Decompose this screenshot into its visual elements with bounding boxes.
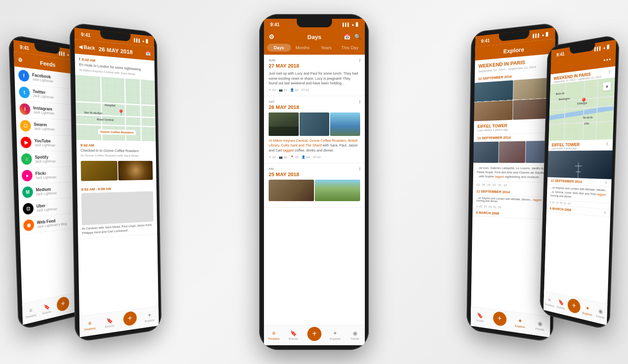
paris-map-pin: 📍 xyxy=(580,97,588,106)
nav-explore-4[interactable]: ✦ Explore xyxy=(514,317,526,329)
main-scene: 9:41 ▌▌▌ ▲ ▊ ⚙ Feeds f Facebook Jack Lig… xyxy=(0,0,628,364)
search-icon-main[interactable]: 🔍 xyxy=(354,34,361,40)
eiffel-photo-1 xyxy=(474,141,499,162)
timeline-photo-latte xyxy=(81,191,154,225)
eiffel-photo-2 xyxy=(499,141,526,163)
nav-explore-3[interactable]: ✦ Explore xyxy=(329,330,341,341)
status-time-4: 9:41 xyxy=(481,38,490,44)
share-icon-3[interactable]: ⬆ xyxy=(358,166,362,172)
nav-feeds-3[interactable]: ◉ Feeds xyxy=(349,330,361,341)
days-bottom-nav: ≡ Timeline 🔖 Events + ✦ Explore ◉ Feeds xyxy=(264,325,365,345)
day-meta-2: ✎ 02 📷 06 📍 05 👤 04 🏷 03 xyxy=(269,155,360,159)
status-time-5: 9:41 xyxy=(556,51,565,58)
phone-map-screen: 9:41 ▌▌▌ ▲ ▊ ••• ⬆ WEEKEND IN PARIS Sept… xyxy=(544,39,616,325)
nav-events-4[interactable]: 🔖 Evsttt xyxy=(474,312,485,323)
map-content: ⬆ WEEKEND IN PARIS September 10, 2014 – … xyxy=(546,66,615,217)
timeline-icon: ≡ xyxy=(29,307,32,314)
timeline-time-3: 9:52 AM - 9:58 AM xyxy=(81,186,153,191)
uber-icon: ⊡ xyxy=(23,203,34,215)
settings-icon[interactable]: ⚙ xyxy=(18,56,23,63)
nav-timeline-2[interactable]: ≡ Timeline xyxy=(84,319,96,332)
share-icon-1[interactable]: ⬆ xyxy=(358,58,362,63)
day-photos-25may xyxy=(269,180,360,201)
days-tabs: Days Months Years This Day xyxy=(264,44,365,55)
map-place-label: Ozone Coffee Roasters xyxy=(98,129,136,135)
map-label-north: Nor th-da-Eye xyxy=(84,111,102,114)
nav-events-3[interactable]: 🔖 Events xyxy=(288,330,300,341)
nav-events-2[interactable]: 🔖 Events xyxy=(104,317,115,329)
timeline-date: 26 MAY 2018 xyxy=(99,45,133,55)
more-icon[interactable]: ••• xyxy=(603,56,612,64)
day-date-3: 25 MAY 2018 xyxy=(269,171,360,177)
timeline-subtext-3: At Caravan with Sara Mead, Paul Lloyd, J… xyxy=(82,223,154,235)
calendar-icon[interactable]: 📅 xyxy=(145,50,151,56)
paris-photo-1 xyxy=(474,80,513,102)
medium-icon: M xyxy=(22,186,33,198)
nav-timeline-5[interactable]: ≡ Timeline xyxy=(544,296,554,308)
timeline-photos xyxy=(77,161,156,184)
swarm-icon: ⬡ xyxy=(20,120,31,132)
nav-events-5[interactable]: 🔖 Events xyxy=(556,298,566,310)
nav-timeline-1[interactable]: ≡ Timeline xyxy=(25,306,37,319)
nav-explore-5[interactable]: ✦ Explore xyxy=(582,304,593,317)
header-right-icons: 📅 🔍 xyxy=(344,34,361,40)
timeline-time-2: 9:42 AM xyxy=(81,143,153,148)
map-label-road: Road Central xyxy=(97,118,114,121)
nav-explore-2[interactable]: ✦ Explore xyxy=(144,311,155,323)
map-zoom-btn[interactable]: ⊕ xyxy=(603,82,611,91)
nav-feeds-5[interactable]: ◉ Feeds xyxy=(594,307,606,320)
tab-months[interactable]: Months xyxy=(291,44,315,52)
status-time-2: 9:41 xyxy=(81,32,91,38)
day-date-1: 27 MAY 2018 xyxy=(269,63,360,69)
nav-events-1[interactable]: 🔖 Events xyxy=(41,303,52,316)
timeline-entry-2: 9:42 AM Checked-in to Ozone Coffee Roast… xyxy=(76,140,156,161)
nav-plus-4[interactable]: + xyxy=(493,311,506,327)
share-icon-map-eiffel[interactable]: ⬆ xyxy=(605,141,609,147)
calendar-icon-main[interactable]: 📅 xyxy=(344,34,350,40)
feed-facebook-text: Facebook Jack Lightman xyxy=(32,72,54,84)
settings-icon-main[interactable]: ⚙ xyxy=(269,33,274,41)
instagram-icon: i xyxy=(20,103,31,115)
days-content: ⬆ SUN 27 MAY 2018 Just met up with Lucy … xyxy=(264,55,365,208)
timeline-photo-2 xyxy=(118,161,153,180)
timeline-photo-1 xyxy=(81,161,117,181)
phone-map: 9:41 ▌▌▌ ▲ ▊ ••• ⬆ WEEKEND IN PARIS Sept… xyxy=(540,34,620,331)
tab-years[interactable]: Years xyxy=(314,44,338,52)
share-icon-2[interactable]: ⬆ xyxy=(358,99,362,105)
day-label-1: SUN xyxy=(269,59,360,62)
day-photo-dog xyxy=(269,180,314,201)
back-button[interactable]: ◀ Back xyxy=(79,44,95,51)
day-text-2: At Milton Keynes Central, Ozone Coffee R… xyxy=(269,138,360,153)
sep11-photos xyxy=(474,141,553,163)
feeds-title: Feeds xyxy=(40,59,56,68)
map-eiffel-sub: Last visited 4 years ago xyxy=(552,146,609,150)
nav-plus-3[interactable]: + xyxy=(307,327,321,341)
paris-photo-3 xyxy=(474,100,513,121)
day-text-1: Just met up with Lucy and Paul for some … xyxy=(269,71,360,86)
day-photos-26may xyxy=(269,112,360,136)
explore-title: Explore xyxy=(503,46,524,54)
phone-timeline: 9:41 ▌▌▌ ▲ ▊ ◀ Back 26 MAY 2018 📅 f8:42 … xyxy=(69,22,161,343)
day-meta-1: ✎ 01 📷 01 👤 02 🏷 01 xyxy=(269,88,360,92)
day-date-2: 26 MAY 2018 xyxy=(269,104,360,110)
nav-plus-2[interactable]: + xyxy=(123,310,137,326)
tab-this-day[interactable]: This Day xyxy=(338,44,362,52)
nav-timeline-3[interactable]: ≡ Timeline xyxy=(268,330,280,341)
spotify-icon: ♫ xyxy=(21,153,32,165)
events-icon: 🔖 xyxy=(43,303,50,310)
nav-plus-1[interactable]: + xyxy=(57,296,70,312)
days-title: Days xyxy=(307,34,321,40)
eiffel-section: ⬆ EIFFEL TOWER Last visited 4 years ago xyxy=(474,119,554,135)
day-entry-25may: ⬆ FRI 25 MAY 2018 xyxy=(264,163,365,208)
eiffel-map-photo xyxy=(547,150,612,179)
phone-days-main: 9:41 ▌▌▌ ▲ ▊ ⚙ Days 📅 🔍 Days Months xyxy=(259,14,369,350)
nav-feeds-4[interactable]: ◉ Feeds xyxy=(534,319,546,332)
nav-plus-5[interactable]: + xyxy=(567,298,580,314)
explore-content: ⬆ WEEKEND IN PARIS September 10, 2014 – … xyxy=(472,54,555,220)
webfeed-icon: ◉ xyxy=(23,219,34,232)
timeline-map: Hospital Nor th-da-Eye Road Central 📍 Oz… xyxy=(75,75,156,141)
phone-days-screen: 9:41 ▌▌▌ ▲ ▊ ⚙ Days 📅 🔍 Days Months xyxy=(264,19,365,345)
timeline-entry-3: 9:52 AM - 9:58 AM At Caravan with Sara M… xyxy=(77,183,157,239)
share-icon-map-paris[interactable]: ⬆ xyxy=(608,69,611,75)
tab-days[interactable]: Days xyxy=(267,44,291,52)
